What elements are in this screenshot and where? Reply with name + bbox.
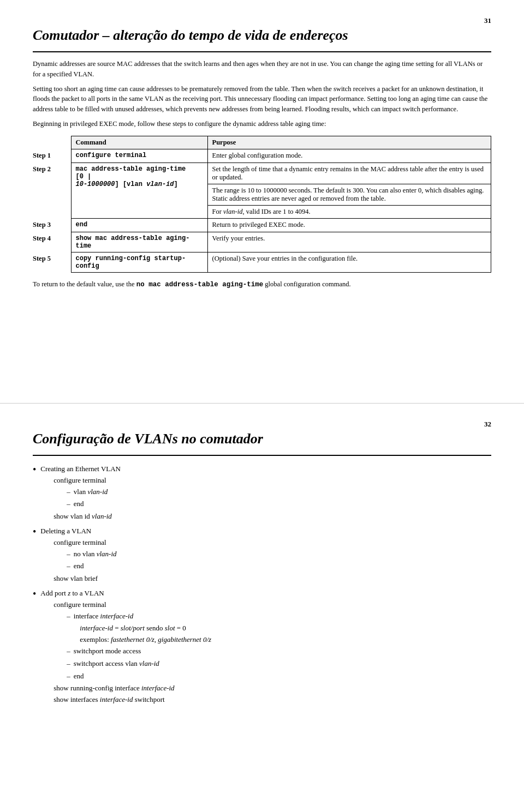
- bullet-2-line3: – end: [67, 561, 116, 572]
- step-4-command: show mac address-table aging-time: [71, 232, 207, 252]
- bullet-content-1: Creating an Ethernet VLAN configure term…: [40, 464, 121, 522]
- end-cmd-3: end: [74, 671, 84, 682]
- page-number-31: 31: [484, 16, 491, 25]
- switchport-access-cmd: switchport access vlan vlan-id: [74, 658, 159, 670]
- bullet-item-1: • Creating an Ethernet VLAN configure te…: [33, 464, 491, 522]
- bullet-1-line2: – vlan vlan-id: [67, 486, 121, 498]
- dash: –: [67, 561, 70, 572]
- no-vlan-cmd: no vlan vlan-id: [74, 549, 117, 560]
- step-4-purpose: Verify your entries.: [207, 232, 491, 252]
- table-row-step4: Step 4 show mac address-table aging-time…: [33, 232, 491, 252]
- bullet-1-show: show vlan id vlan-id: [53, 511, 121, 522]
- bullet-item-2: • Deleting a VLAN configure terminal – n…: [33, 526, 491, 585]
- bullet-3-label: Add port z to a VLAN: [40, 589, 104, 597]
- bullet-section: • Creating an Ethernet VLAN configure te…: [33, 464, 491, 706]
- interface-cmd: interface interface-id: [74, 611, 133, 622]
- dash: –: [67, 498, 70, 510]
- bullet-content-2: Deleting a VLAN configure terminal – no …: [40, 526, 116, 585]
- step-4-label: Step 4: [33, 232, 71, 252]
- page-32-title: Configuração de VLANs no comutador: [33, 431, 491, 447]
- bullet-dot-3: •: [33, 588, 36, 600]
- page-31-title: Comutador – alteração do tempo de vida d…: [33, 27, 491, 44]
- bullet-3-show-running: show running-config interface interface-…: [53, 683, 211, 694]
- bullet-3-slotport: interface-id = slot/port sendo slot = 0: [80, 623, 211, 634]
- step-1-label: Step 1: [33, 149, 71, 163]
- para-3: Beginning in privileged EXEC mode, follo…: [33, 119, 491, 129]
- page-number-32: 32: [484, 420, 491, 429]
- table-row-step5: Step 5 copy running-config startup-confi…: [33, 252, 491, 272]
- bullet-1-label: Creating an Ethernet VLAN: [40, 465, 121, 473]
- step-3-command: end: [71, 218, 207, 232]
- bullet-3-show-interfaces: show interfaces interface-id switchport: [53, 694, 211, 706]
- bullet-2-indent1: configure terminal: [53, 537, 116, 549]
- bullet-1-indent1: configure terminal: [53, 475, 121, 486]
- step-2-label: Step 2: [33, 163, 71, 184]
- step-5-command: copy running-config startup-config: [71, 252, 207, 272]
- col-command-header: Command: [71, 136, 207, 149]
- vlan-cmd-1: vlan vlan-id: [74, 486, 108, 498]
- bullet-3-interface: – interface interface-id: [67, 611, 211, 622]
- step-3-purpose: Return to privileged EXEC mode.: [207, 218, 491, 232]
- bullet-2-line2: – no vlan vlan-id: [67, 549, 116, 560]
- step-2-purpose-3: For vlan-id, valid IDs are 1 to 4094.: [207, 205, 491, 218]
- para-2: Setting too short an aging time can caus…: [33, 84, 491, 115]
- dash: –: [67, 486, 70, 498]
- bullet-3-switchport-mode: – switchport mode access: [67, 646, 211, 657]
- page-32: 32 Configuração de VLANs no comutador • …: [0, 404, 524, 731]
- bullet-3-end: – end: [67, 671, 211, 682]
- dash: –: [67, 611, 70, 622]
- step-3-label: Step 3: [33, 218, 71, 232]
- page-31: 31 Comutador – alteração do tempo de vid…: [0, 0, 524, 404]
- bullet-content-3: Add port z to a VLAN configure terminal …: [40, 588, 211, 706]
- table-row-step1: Step 1 configure terminal Enter global c…: [33, 149, 491, 163]
- bullet-dot-1: •: [33, 464, 36, 476]
- bullet-3-indent1: configure terminal: [53, 599, 211, 611]
- step-2-command: mac address-table aging-time [0 | 10-100…: [71, 163, 207, 218]
- document: 31 Comutador – alteração do tempo de vid…: [0, 0, 524, 731]
- step-2-purpose-1: Set the length of time that a dynamic en…: [207, 163, 491, 184]
- table-row-step2: Step 2 mac address-table aging-time [0 |…: [33, 163, 491, 184]
- dash: –: [67, 671, 70, 682]
- step-5-label: Step 5: [33, 252, 71, 272]
- dash: –: [67, 646, 70, 657]
- table-row-step3: Step 3 end Return to privileged EXEC mod…: [33, 218, 491, 232]
- config-table: Command Purpose Step 1 configure termina…: [33, 136, 491, 273]
- bullet-1-line3: – end: [67, 498, 121, 510]
- col-purpose-header: Purpose: [207, 136, 491, 149]
- bullet-3-switchport-access: – switchport access vlan vlan-id: [67, 658, 211, 670]
- end-cmd-2: end: [74, 561, 84, 572]
- para-1: Dynamic addresses are source MAC address…: [33, 59, 491, 80]
- dash: –: [67, 549, 70, 560]
- bullet-2-show: show vlan brief: [53, 573, 116, 585]
- bullet-2-label: Deleting a VLAN: [40, 527, 91, 535]
- step-1-command: configure terminal: [71, 149, 207, 163]
- end-cmd-1: end: [74, 498, 84, 510]
- step-5-purpose: (Optional) Save your entries in the conf…: [207, 252, 491, 272]
- bullet-dot-2: •: [33, 526, 36, 538]
- bullet-3-examples: exemplos: fastethernet 0/z, gigabitether…: [80, 634, 211, 646]
- step-1-purpose: Enter global configuration mode.: [207, 149, 491, 163]
- switchport-mode-cmd: switchport mode access: [74, 646, 141, 657]
- dash: –: [67, 658, 70, 670]
- bullet-item-3: • Add port z to a VLAN configure termina…: [33, 588, 491, 706]
- note-text: To return to the default value, use the …: [33, 279, 491, 290]
- step-2-purpose-2: The range is 10 to 1000000 seconds. The …: [207, 184, 491, 205]
